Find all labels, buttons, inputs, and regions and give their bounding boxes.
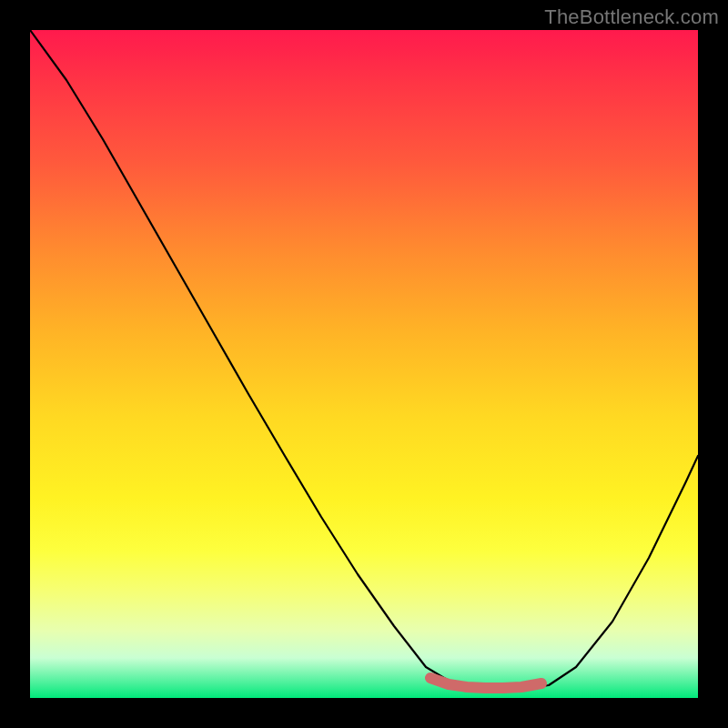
bottleneck-curve: [30, 30, 698, 691]
curve-svg: [30, 30, 698, 698]
chart-frame: TheBottleneck.com: [0, 0, 728, 728]
optimal-plateau: [430, 678, 541, 688]
plot-area: [30, 30, 698, 698]
watermark-text: TheBottleneck.com: [544, 5, 719, 29]
